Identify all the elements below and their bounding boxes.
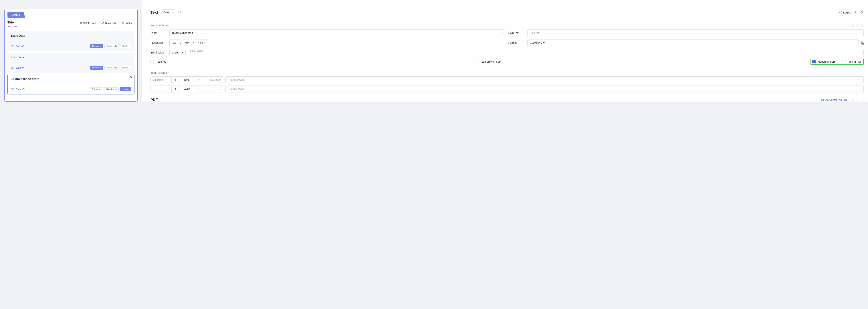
- print-in-pdf-checkbox[interactable]: Print in PDF: [842, 60, 862, 63]
- svg-rect-2: [13, 45, 14, 47]
- field-id: Date #5: [11, 88, 25, 91]
- required-tag[interactable]: Required: [90, 87, 103, 91]
- align-left-icon[interactable]: [851, 24, 854, 27]
- logics-label: Logics: [843, 11, 851, 14]
- field-label: 15 days since start: [11, 77, 131, 81]
- canvas-field[interactable]: Start Date Date #3 Required Read-only Hi…: [7, 31, 134, 51]
- delete-page-label: Delete Page: [83, 22, 96, 24]
- step-chip[interactable]: Step 1: [7, 12, 25, 18]
- readonly-checkbox-label: Read-only on Form: [480, 60, 502, 63]
- close-inspector-button[interactable]: ✕: [861, 10, 864, 14]
- lt-operator: <: [195, 86, 203, 92]
- section-form-attributes: Form Attributes: [151, 24, 169, 27]
- help-text-placeholder: Help Text: [530, 31, 540, 34]
- readonly-icon: [102, 22, 104, 24]
- placeholder-dd-input[interactable]: DD: [169, 39, 179, 46]
- readonly-checkbox[interactable]: Read-only on Form: [474, 60, 502, 63]
- date-range-validator[interactable]: Minimum < Date < Maximum: [151, 76, 223, 83]
- initial-value-placeholder: Initial Value: [190, 49, 203, 52]
- align-right-icon[interactable]: [861, 24, 864, 27]
- help-text-input[interactable]: Help Text: [527, 29, 864, 36]
- hidden-tag[interactable]: Hidden: [120, 44, 131, 48]
- svg-rect-10: [501, 32, 502, 33]
- section-input-validation: Input Validation: [151, 71, 864, 74]
- initial-value-select[interactable]: Unset ▾: [169, 49, 186, 56]
- page-title[interactable]: Title: [7, 21, 17, 24]
- format-value: DD/MM/YYYY: [530, 41, 546, 44]
- close-field-button[interactable]: ✕: [130, 75, 132, 79]
- field-id-text: Date #4: [16, 66, 24, 69]
- chevron-down-icon: ▾: [172, 11, 173, 14]
- placeholder-mm-input[interactable]: MM: [182, 39, 192, 46]
- field-id-text: Date #3: [16, 45, 24, 48]
- help-text-label: Help Text: [508, 31, 525, 34]
- eye-off-icon: [122, 22, 124, 24]
- align-center-icon[interactable]: [856, 99, 859, 101]
- logics-button[interactable]: Logics: [839, 11, 851, 14]
- value-range-validator[interactable]: ▾ < Value < ▾: [151, 86, 223, 92]
- highlighted-checkbox-group: ✓ Hidden on Form Print in PDF: [810, 59, 864, 65]
- required-checkbox[interactable]: Required: [151, 60, 166, 63]
- canvas-field-selected[interactable]: ✕ 15 days since start Date #5 Required R…: [7, 74, 134, 94]
- readonly-page-label: Read-only: [105, 22, 116, 24]
- field-id: Date #4: [11, 66, 24, 69]
- min-select[interactable]: ▾: [151, 86, 172, 92]
- min-input[interactable]: Minimum: [151, 76, 172, 83]
- token-icon[interactable]: [501, 32, 503, 34]
- page-help-text[interactable]: Help text: [7, 25, 17, 28]
- align-center-icon[interactable]: [856, 24, 859, 27]
- date-separator: /: [180, 41, 181, 44]
- field-id-badge: #5: [178, 11, 181, 14]
- label-label: Label: [151, 31, 167, 34]
- lt-operator: <: [172, 86, 179, 92]
- field-id-text: Date #5: [16, 88, 25, 91]
- reuse-content-link[interactable]: Reuse Content on PDF: [821, 98, 848, 101]
- required-checkbox-label: Required: [156, 60, 166, 63]
- placeholder-label: Placeholder: [151, 41, 167, 44]
- share-icon: [839, 11, 842, 14]
- readonly-tag[interactable]: Read-only: [104, 87, 119, 91]
- format-input[interactable]: DD/MM/YYYY: [527, 39, 859, 46]
- placeholder-yyyy-input[interactable]: YYYY: [195, 39, 208, 46]
- inspector-title: Text: [151, 10, 158, 14]
- section-pdf: PDF: [151, 98, 158, 101]
- required-tag[interactable]: Required: [90, 66, 103, 70]
- initial-value-label: Initial Value: [151, 51, 167, 54]
- max-input[interactable]: Maximum: [203, 76, 223, 83]
- svg-rect-5: [11, 89, 12, 90]
- readonly-tag[interactable]: Read-only: [104, 66, 119, 70]
- initial-value-input[interactable]: Initial Value: [188, 49, 864, 56]
- error-message-input[interactable]: Error Message: [225, 76, 864, 83]
- form-canvas: Step 1 Title Help text Delete Page: [4, 9, 137, 101]
- hidden-checkbox-label: Hidden on Form: [817, 60, 836, 63]
- canvas-field[interactable]: End Date Date #4 Required Read-only Hidd…: [7, 53, 134, 72]
- hidden-page-label: Hidden: [125, 22, 132, 24]
- error-message-input[interactable]: Error Message: [225, 86, 864, 92]
- svg-rect-4: [13, 67, 14, 68]
- lt-operator: <: [172, 76, 179, 83]
- align-left-icon[interactable]: [851, 99, 854, 101]
- hidden-page-button[interactable]: Hidden: [120, 21, 134, 25]
- hidden-tag[interactable]: Hidden: [120, 66, 131, 70]
- svg-rect-3: [11, 67, 12, 68]
- alignment-group: [851, 24, 864, 27]
- pin-icon[interactable]: [854, 11, 858, 14]
- date-field-icon: [11, 45, 14, 48]
- readonly-tag[interactable]: Read-only: [104, 44, 119, 48]
- date-field-icon: [11, 66, 14, 69]
- label-input[interactable]: 15 days since start: [169, 29, 506, 36]
- printer-check-icon[interactable]: ✓: [860, 41, 864, 44]
- field-type-value: Date: [163, 11, 169, 14]
- field-type-select[interactable]: Date ▾: [161, 9, 175, 15]
- readonly-page-button[interactable]: Read-only: [100, 21, 118, 25]
- hidden-on-form-checkbox[interactable]: ✓ Hidden on Form: [812, 60, 836, 63]
- hidden-tag[interactable]: Hidden: [120, 87, 131, 91]
- pdf-alignment-group: [851, 99, 864, 101]
- align-right-icon[interactable]: [861, 99, 864, 101]
- date-separator: /: [193, 41, 194, 44]
- max-select[interactable]: ▾: [203, 86, 223, 92]
- delete-page-button[interactable]: Delete Page: [78, 21, 98, 25]
- required-tag[interactable]: Required: [90, 44, 103, 48]
- date-center-label: Date: [179, 76, 195, 83]
- format-label: Format: [508, 41, 525, 44]
